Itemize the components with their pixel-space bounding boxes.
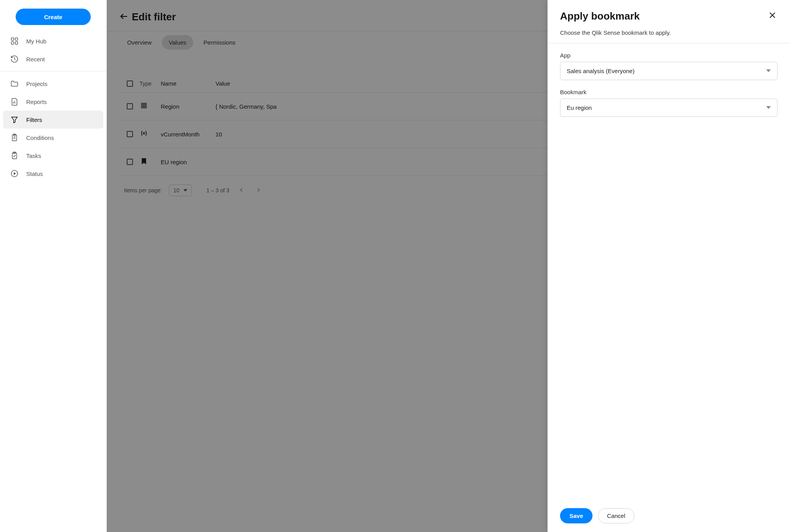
sidebar: Create My Hub Recent Projects bbox=[0, 0, 107, 532]
bookmark-label: Bookmark bbox=[560, 89, 777, 95]
svg-rect-3 bbox=[15, 42, 18, 44]
sidebar-item-reports[interactable]: Reports bbox=[3, 93, 103, 111]
sidebar-item-tasks[interactable]: Tasks bbox=[3, 147, 103, 165]
create-button[interactable]: Create bbox=[16, 9, 91, 25]
caret-down-icon bbox=[766, 104, 771, 111]
close-icon[interactable] bbox=[767, 10, 777, 22]
sidebar-item-conditions[interactable]: Conditions bbox=[3, 129, 103, 147]
sidebar-item-recent[interactable]: Recent bbox=[3, 50, 103, 68]
sidebar-item-projects[interactable]: Projects bbox=[3, 75, 103, 93]
filter-icon bbox=[10, 115, 19, 124]
report-icon bbox=[10, 97, 19, 106]
app-select-value: Sales analysis (Everyone) bbox=[567, 68, 634, 74]
cancel-button[interactable]: Cancel bbox=[598, 508, 634, 523]
clipboard-icon bbox=[10, 133, 19, 142]
sidebar-item-myhub[interactable]: My Hub bbox=[3, 32, 103, 50]
clipboard-check-icon bbox=[10, 151, 19, 160]
save-button[interactable]: Save bbox=[560, 508, 592, 523]
sidebar-item-filters[interactable]: Filters bbox=[3, 111, 103, 129]
caret-down-icon bbox=[766, 68, 771, 74]
apps-icon bbox=[10, 37, 19, 45]
svg-rect-0 bbox=[11, 38, 14, 40]
bookmark-select[interactable]: Eu region bbox=[560, 99, 777, 117]
svg-marker-11 bbox=[14, 172, 16, 175]
svg-rect-2 bbox=[11, 42, 14, 44]
svg-rect-1 bbox=[15, 38, 18, 40]
folder-icon bbox=[10, 79, 19, 88]
sidebar-item-label: Conditions bbox=[26, 134, 54, 141]
app-label: App bbox=[560, 52, 777, 59]
bookmark-select-value: Eu region bbox=[567, 104, 592, 111]
app-select[interactable]: Sales analysis (Everyone) bbox=[560, 62, 777, 80]
apply-bookmark-drawer: Apply bookmark Choose the Qlik Sense boo… bbox=[548, 0, 790, 532]
sidebar-item-label: Projects bbox=[26, 81, 47, 87]
svg-marker-20 bbox=[766, 69, 771, 72]
sidebar-item-label: Status bbox=[26, 170, 43, 177]
divider bbox=[0, 71, 106, 72]
drawer-title: Apply bookmark bbox=[560, 10, 640, 22]
svg-marker-21 bbox=[766, 106, 771, 109]
sidebar-item-label: Recent bbox=[26, 56, 45, 63]
drawer-subtitle: Choose the Qlik Sense bookmark to apply. bbox=[548, 29, 790, 43]
sidebar-item-label: Tasks bbox=[26, 152, 41, 159]
history-icon bbox=[10, 55, 19, 63]
play-circle-icon bbox=[10, 169, 19, 178]
sidebar-item-label: Reports bbox=[26, 99, 47, 105]
sidebar-item-label: My Hub bbox=[26, 38, 47, 45]
sidebar-item-label: Filters bbox=[26, 116, 42, 123]
sidebar-item-status[interactable]: Status bbox=[3, 165, 103, 183]
main-content: Edit filter Overview Values Permissions … bbox=[107, 0, 790, 532]
